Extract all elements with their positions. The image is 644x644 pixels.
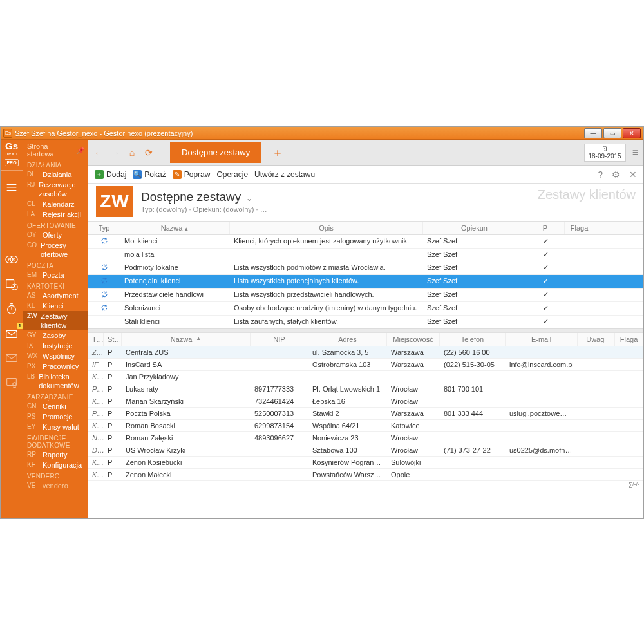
refresh-icon[interactable]: ⟳: [144, 147, 154, 158]
col2-nazwa[interactable]: Nazwa▲: [122, 333, 251, 346]
dynamic-icon: [100, 304, 108, 312]
add-button[interactable]: ＋Dodaj: [95, 170, 126, 179]
sidebar-group-title: EWIDENCJE DODATKOWE: [23, 432, 88, 450]
sidebar-item[interactable]: CLKalendarz: [23, 199, 88, 209]
certificate-icon[interactable]: [4, 374, 19, 390]
sidebar-home[interactable]: Strona startowa: [27, 142, 77, 158]
table-row[interactable]: moja listaSzef Szef✓: [88, 249, 643, 261]
col2-t[interactable]: T…: [88, 333, 104, 346]
col2-st[interactable]: St…: [104, 333, 122, 346]
table-row[interactable]: Z…PCentrala ZUSul. Szamocka 3, 5Warszawa…: [88, 346, 643, 359]
table-row[interactable]: P…PLukas raty8971777333Pl. Orląt Lwowski…: [88, 383, 643, 395]
help-icon[interactable]: ?: [598, 169, 603, 180]
sidebar-item-label: Asortyment: [43, 291, 79, 300]
sidebar-item[interactable]: VEvendero: [23, 480, 88, 491]
col-flaga[interactable]: Flaga: [565, 222, 594, 234]
svg-rect-9: [7, 379, 17, 386]
table-row[interactable]: K…PZenon KosiebuckiKosynierów Pogran…Sul…: [88, 457, 643, 469]
table-row[interactable]: D…PUS Wrocław KrzykiSztabowa 100Wrocław(…: [88, 444, 643, 457]
content-area: ← → ⌂ ⟳ Dostępne zestawy ＋ 🗓 18-09-2015 …: [88, 140, 643, 518]
table-row[interactable]: Potencjalni klienciLista wszystkich pote…: [88, 275, 643, 289]
col-opiekun[interactable]: Opiekun: [423, 222, 526, 234]
sidebar-item[interactable]: LBBiblioteka dokumentów: [23, 372, 88, 391]
table-row[interactable]: SolenizanciOsoby obchodzące urodziny (im…: [88, 302, 643, 316]
col2-telefon[interactable]: Telefon: [440, 333, 506, 346]
sidebar-group-title: DZIAŁANIA: [23, 159, 88, 169]
sidebar-item[interactable]: PXPracownicy: [23, 361, 88, 372]
pin-icon[interactable]: 📌: [77, 147, 84, 154]
col-p[interactable]: P: [526, 222, 565, 234]
sidebar-item[interactable]: KFKonfiguracja: [23, 460, 88, 470]
table-row[interactable]: Przedstawiciele handlowiLista wszystkich…: [88, 289, 643, 302]
edit-button[interactable]: ✎Popraw: [173, 170, 211, 179]
clients-grid-header[interactable]: T… St… Nazwa▲ NIP Adres Miejscowość Tele…: [88, 332, 643, 346]
col-typ[interactable]: Typ: [88, 222, 120, 234]
maximize-button[interactable]: ▭: [603, 128, 621, 138]
mail-icon[interactable]: [4, 350, 19, 365]
add-tab-button[interactable]: ＋: [268, 145, 287, 160]
sidebar-item-label: Klienci: [43, 301, 63, 310]
table-row[interactable]: K…PJan Przykładowy: [88, 371, 643, 383]
table-row[interactable]: Moi klienciKlienci, których opiekunem je…: [88, 235, 643, 249]
sidebar-item[interactable]: KLKlienci: [23, 301, 88, 311]
table-row[interactable]: Podmioty lokalneLista wszystkich podmiot…: [88, 261, 643, 275]
sidebar-item-code: EM: [27, 270, 39, 279]
table-row[interactable]: P…PPoczta Polska5250007313Stawki 2Warsza…: [88, 408, 643, 420]
sidebar-item-label: Cenniki: [43, 402, 66, 411]
home-icon[interactable]: ⌂: [127, 147, 137, 158]
settings-icon[interactable]: ⚙: [612, 169, 620, 180]
sidebar-item[interactable]: ASAsortyment: [23, 290, 88, 301]
sidebar-item[interactable]: LARejestr akcji: [23, 209, 88, 220]
tab-bar: ← → ⌂ ⟳ Dostępne zestawy ＋ 🗓 18-09-2015 …: [88, 140, 643, 166]
col2-flaga[interactable]: Flaga: [615, 333, 643, 346]
sidebar-item[interactable]: WXWspólnicy: [23, 351, 88, 361]
currency-icon[interactable]: €$: [4, 252, 19, 267]
chevron-down-icon: ⌄: [243, 194, 252, 203]
sidebar-item[interactable]: OYOferty: [23, 230, 88, 240]
table-row[interactable]: K…PMarian Skarżyński7324461424Łebska 16W…: [88, 395, 643, 408]
table-row[interactable]: Stali klienciLista zaufanych, stałych kl…: [88, 316, 643, 328]
col-nazwa[interactable]: Nazwa▲: [120, 222, 230, 234]
calendar-clock-icon[interactable]: [4, 276, 19, 292]
sidebar-item[interactable]: EMPoczta: [23, 270, 88, 280]
tab-current[interactable]: Dostępne zestawy: [170, 142, 261, 163]
sidebar-item[interactable]: PSPromocje: [23, 412, 88, 422]
dynamic-icon: [100, 277, 108, 285]
col-opis[interactable]: Opis: [230, 222, 423, 234]
menu-icon[interactable]: ≡: [632, 147, 638, 158]
sets-grid-header[interactable]: Typ Nazwa▲ Opis Opiekun P Flaga: [88, 221, 643, 235]
view-title[interactable]: Dostępne zestawy ⌄: [141, 190, 267, 204]
date-picker[interactable]: 🗓 18-09-2015: [584, 144, 626, 162]
sidebar-item-code: OY: [27, 231, 39, 240]
col2-email[interactable]: E-mail: [506, 333, 578, 346]
back-icon[interactable]: ←: [93, 147, 104, 158]
table-row[interactable]: N…PRoman Załęski4893096627Noniewicza 23W…: [88, 432, 643, 444]
forward-icon[interactable]: →: [110, 147, 120, 158]
col2-uwagi[interactable]: Uwagi: [578, 333, 615, 346]
minimize-button[interactable]: —: [584, 128, 602, 138]
sidebar-item[interactable]: IXInstytucje: [23, 341, 88, 351]
hamburger-icon[interactable]: [4, 180, 19, 195]
table-row[interactable]: K…PRoman Bosacki6299873154Wspólna 64/21K…: [88, 420, 643, 432]
table-row[interactable]: IFPInsCard SAOstrobramska 103Warszawa(02…: [88, 359, 643, 371]
sidebar-group-title: ZARZĄDZANIE: [23, 391, 88, 401]
sidebar-item[interactable]: RPRaporty: [23, 450, 88, 460]
col2-adres[interactable]: Adres: [308, 333, 387, 346]
operations-menu[interactable]: Operacje: [216, 170, 248, 179]
sidebar-item[interactable]: COProcesy ofertowe: [23, 240, 88, 260]
sidebar-item[interactable]: RJRezerwacje zasobów: [23, 180, 88, 199]
sidebar-item[interactable]: GYZasoby: [23, 330, 88, 341]
stopwatch-icon[interactable]: [4, 301, 19, 316]
table-row[interactable]: K…PZenon MałeckiPowstańców Warsz…Opole: [88, 469, 643, 481]
close-view-icon[interactable]: ✕: [629, 169, 637, 180]
col2-miejscowosc[interactable]: Miejscowość: [387, 333, 440, 346]
sidebar-item[interactable]: DIDziałania: [23, 169, 88, 180]
sidebar-item[interactable]: EYKursy walut: [23, 422, 88, 432]
sidebar-item[interactable]: CNCenniki: [23, 401, 88, 412]
sidebar-item[interactable]: ZWZestawy klientów: [23, 311, 88, 330]
create-from-set[interactable]: Utwórz z zestawu: [254, 170, 315, 179]
col2-nip[interactable]: NIP: [251, 333, 308, 346]
show-button[interactable]: 🔍Pokaż: [133, 170, 166, 179]
close-button[interactable]: ✕: [623, 128, 641, 138]
mail-new-icon[interactable]: 1: [4, 325, 19, 341]
